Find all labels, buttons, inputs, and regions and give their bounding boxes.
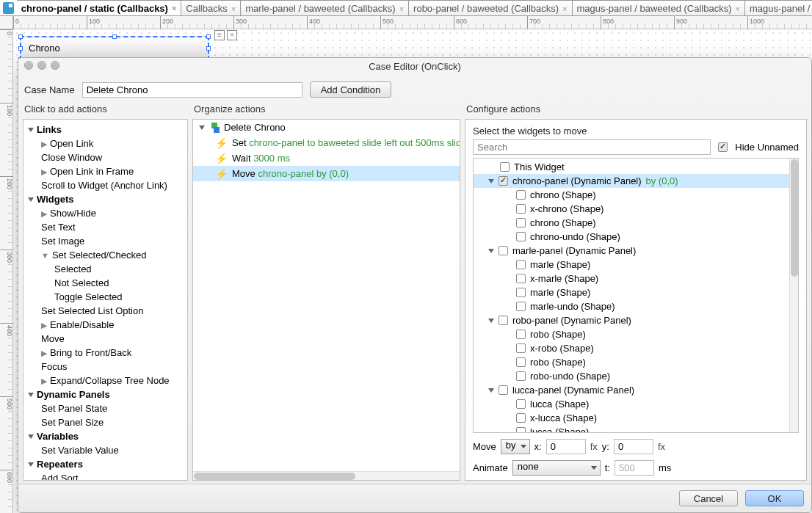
widget-tree-row[interactable]: robo (Shape)	[474, 355, 789, 369]
modal-titlebar[interactable]: Case Editor (OnClick)	[18, 58, 811, 74]
horizontal-scrollbar[interactable]	[193, 471, 460, 480]
widget-tree-row[interactable]: lucca-panel (Dynamic Panel)	[474, 383, 789, 397]
widget-checkbox[interactable]	[516, 413, 526, 423]
animate-mode-select[interactable]: none	[512, 460, 601, 476]
action-category[interactable]: Widgets	[23, 192, 187, 206]
action-subitem[interactable]: Not Selected	[23, 276, 187, 290]
widget-checkbox[interactable]	[516, 427, 526, 432]
add-condition-button[interactable]: Add Condition	[310, 81, 392, 98]
widget-checkbox[interactable]	[499, 176, 508, 186]
vertical-scrollbar[interactable]	[789, 159, 798, 432]
widget-tree-row[interactable]: x-chrono (Shape)	[474, 202, 789, 216]
widget-checkbox[interactable]	[516, 330, 526, 339]
widget-tree-row[interactable]: marle (Shape)	[474, 258, 789, 272]
close-icon[interactable]: ×	[227, 30, 237, 40]
action-item[interactable]: Set Variable Value	[23, 443, 187, 457]
fx-y-button[interactable]: fx	[658, 441, 665, 452]
widget-checkbox[interactable]	[516, 399, 526, 409]
action-item[interactable]: Set Text	[23, 220, 187, 234]
widget-checkbox[interactable]	[516, 218, 526, 228]
widget-tree-row[interactable]: x-lucca (Shape)	[474, 411, 789, 425]
chevron-down-icon[interactable]	[488, 319, 494, 323]
action-item[interactable]: Scroll to Widget (Anchor Link)	[23, 178, 187, 192]
move-mode-select[interactable]: by	[501, 439, 530, 454]
close-icon[interactable]: ×	[736, 4, 740, 13]
action-item[interactable]: Set Panel Size	[23, 415, 187, 429]
widget-checkbox[interactable]	[516, 371, 526, 381]
panel-state-icon[interactable]: ≡	[214, 30, 225, 40]
widget-tree-row[interactable]: marle-panel (Dynamic Panel)	[474, 244, 789, 258]
widget-tree-row[interactable]: chrono-undo (Shape)	[474, 230, 789, 244]
case-row[interactable]: Delete Chrono	[193, 120, 460, 135]
case-name-input[interactable]	[82, 82, 302, 98]
action-category[interactable]: Links	[23, 123, 187, 137]
widget-tree-row[interactable]: lucca (Shape)	[474, 425, 789, 432]
organize-tree[interactable]: Delete Chrono ⚡Set chrono-panel to bawee…	[192, 119, 460, 481]
widget-checkbox[interactable]	[516, 190, 526, 200]
widget-tree-row[interactable]: This Widget	[474, 160, 789, 174]
widget-tree-row[interactable]: x-robo (Shape)	[474, 341, 789, 355]
widget-checkbox[interactable]	[516, 343, 526, 353]
action-item[interactable]: ▶Enable/Disable	[23, 318, 187, 332]
action-item[interactable]: Close Window	[23, 150, 187, 164]
action-item[interactable]: Focus	[23, 360, 187, 374]
x-input[interactable]	[546, 439, 586, 454]
action-item[interactable]: ▶Bring to Front/Back	[23, 346, 187, 360]
widget-tree-row[interactable]: robo-panel (Dynamic Panel)	[474, 313, 789, 327]
ok-button[interactable]: OK	[745, 490, 804, 506]
widget-checkbox[interactable]	[516, 232, 526, 241]
widget-tree-row[interactable]: chrono (Shape)	[474, 188, 789, 202]
organize-action-row[interactable]: ⚡Wait 3000 ms	[193, 150, 460, 166]
action-subitem[interactable]: Selected	[23, 262, 187, 276]
chevron-down-icon[interactable]	[488, 388, 494, 393]
action-subitem[interactable]: Toggle Selected	[23, 290, 187, 304]
close-icon[interactable]: ×	[172, 4, 176, 12]
window-traffic-lights[interactable]	[24, 61, 59, 70]
document-tab[interactable]: magus-panel / baweeted (Callbacks)×	[573, 0, 745, 15]
document-tab[interactable]: chrono-panel / static (Callbacks)×	[17, 0, 182, 15]
widget-checkbox[interactable]	[499, 246, 508, 255]
close-icon[interactable]: ×	[231, 4, 236, 13]
widget-tree-row[interactable]: lucca (Shape)	[474, 397, 789, 411]
document-tab[interactable]: Callbacks×	[181, 0, 241, 15]
organize-action-row[interactable]: ⚡Move chrono-panel by (0,0)	[193, 166, 460, 181]
hide-unnamed-checkbox[interactable]	[718, 142, 728, 152]
document-tab[interactable]: magus-panel / static (Callb×	[745, 0, 812, 15]
widget-tree-row[interactable]: robo-undo (Shape)	[474, 369, 789, 383]
action-item[interactable]: Add Sort	[23, 471, 187, 481]
cancel-button[interactable]: Cancel	[679, 490, 738, 506]
widget-checkbox[interactable]	[500, 162, 510, 172]
document-tab[interactable]: marle-panel / baweeted (Callbacks)×	[241, 0, 409, 15]
action-item[interactable]: Set Selected List Option	[23, 304, 187, 318]
action-category[interactable]: Dynamic Panels	[23, 388, 187, 401]
action-item[interactable]: ▼Set Selected/Checked	[23, 248, 187, 262]
actions-list[interactable]: Links▶Open LinkClose Window▶Open Link in…	[23, 119, 188, 481]
action-item[interactable]: ▶Open Link	[23, 137, 187, 150]
action-item[interactable]: Set Panel State	[23, 401, 187, 415]
chevron-down-icon[interactable]	[488, 249, 494, 253]
organize-action-row[interactable]: ⚡Set chrono-panel to baweeted slide left…	[193, 135, 460, 150]
fx-x-button[interactable]: fx	[590, 441, 598, 452]
action-category[interactable]: Variables	[23, 429, 187, 443]
widget-tree-row[interactable]: marle (Shape)	[474, 285, 789, 299]
action-item[interactable]: ▶Show/Hide	[23, 206, 187, 220]
chevron-down-icon[interactable]	[488, 179, 494, 183]
widget-checkbox[interactable]	[516, 288, 526, 297]
widget-tree[interactable]: This Widgetchrono-panel (Dynamic Panel) …	[474, 159, 789, 432]
widget-checkbox[interactable]	[499, 316, 508, 325]
widget-checkbox[interactable]	[516, 302, 526, 311]
widget-search-input[interactable]	[473, 139, 711, 155]
y-input[interactable]	[614, 439, 653, 454]
action-item[interactable]: Set Image	[23, 234, 187, 248]
close-icon[interactable]: ×	[399, 4, 404, 13]
document-tab[interactable]: robo-panel / baweeted (Callbacks)×	[409, 0, 572, 15]
chevron-down-icon[interactable]	[199, 125, 205, 130]
action-item[interactable]: Move	[23, 332, 187, 346]
action-item[interactable]: ▶Open Link in Frame	[23, 164, 187, 178]
action-item[interactable]: ▶Expand/Collapse Tree Node	[23, 374, 187, 388]
widget-checkbox[interactable]	[516, 357, 526, 367]
close-icon[interactable]: ×	[562, 4, 567, 13]
action-category[interactable]: Repeaters	[23, 457, 187, 471]
widget-tree-row[interactable]: robo (Shape)	[474, 327, 789, 341]
widget-tree-row[interactable]: x-marle (Shape)	[474, 272, 789, 285]
